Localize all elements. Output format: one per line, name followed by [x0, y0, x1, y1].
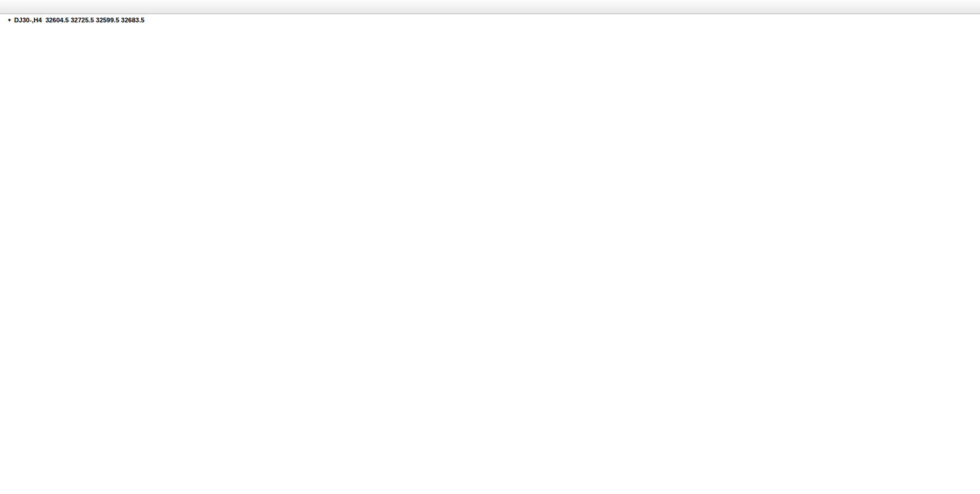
mt4-window: ▼DJ30-,H4 32604.5 32725.5 32599.5 32683.…: [0, 0, 980, 494]
ohlc-readout: 32604.5 32725.5 32599.5 32683.5: [45, 16, 144, 24]
chart-title: ▼DJ30-,H4 32604.5 32725.5 32599.5 32683.…: [7, 16, 144, 24]
chart-canvas: [0, 0, 980, 494]
symbol-dropdown-icon[interactable]: ▼: [7, 18, 12, 23]
toolbar: [0, 0, 980, 14]
symbol-period-label: DJ30-,H4: [14, 16, 42, 24]
